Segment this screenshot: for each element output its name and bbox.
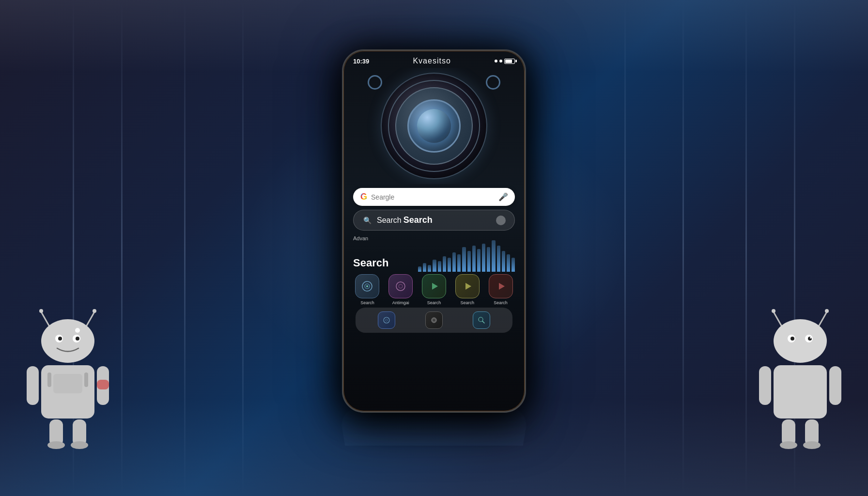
lens-ring-2 — [395, 87, 473, 165]
chart-bar-11 — [472, 246, 476, 272]
bottom-dock — [356, 308, 512, 333]
search-large-label: Search — [353, 257, 388, 269]
lens-outer — [381, 73, 487, 179]
chart-bar-0 — [418, 266, 421, 272]
dock-icon-1[interactable] — [378, 311, 395, 329]
app-icon-5[interactable] — [489, 274, 513, 298]
dock-icon-2[interactable] — [425, 311, 443, 329]
signal-icon-2 — [499, 60, 502, 62]
gear-top-right — [486, 75, 500, 90]
chart-bar-8 — [457, 254, 461, 272]
svg-rect-12 — [27, 366, 39, 405]
status-time: 10:39 — [353, 58, 369, 65]
chart-bar-3 — [433, 260, 436, 272]
advanced-label: Advan — [353, 235, 368, 241]
svg-point-23 — [772, 309, 775, 313]
svg-point-47 — [386, 319, 388, 322]
chart-bar-4 — [438, 261, 441, 272]
svg-point-17 — [47, 441, 65, 449]
chart-bar-13 — [482, 244, 485, 272]
app-icon-item-4[interactable]: Search — [455, 274, 480, 305]
android-figure-left — [15, 302, 121, 457]
battery-icon — [504, 59, 515, 64]
svg-point-20 — [75, 328, 80, 333]
pillar-5 — [624, 0, 626, 496]
chart-bar-19 — [512, 258, 515, 272]
svg-rect-19 — [53, 374, 82, 393]
chart-bar-16 — [497, 246, 500, 272]
chart-bar-9 — [462, 247, 465, 272]
app-icon-1[interactable] — [355, 274, 379, 298]
app-label-4: Search — [461, 300, 475, 305]
phone: 10:39 Kvaesitso — [342, 49, 526, 413]
app-icon-2[interactable] — [388, 274, 413, 298]
chart-bar-5 — [443, 256, 446, 272]
android-right-svg — [747, 302, 853, 457]
dock-icon-3[interactable] — [473, 311, 490, 329]
status-icons — [495, 59, 515, 64]
app-icons-row: Search Antimgai — [351, 274, 517, 305]
chart-bar-10 — [467, 251, 471, 272]
svg-rect-32 — [759, 366, 771, 405]
svg-point-37 — [803, 441, 821, 449]
lens-center — [417, 109, 451, 143]
svg-rect-11 — [84, 372, 88, 387]
svg-rect-10 — [47, 372, 51, 387]
app-icon-3[interactable] — [422, 274, 446, 298]
lens-area — [343, 68, 525, 184]
svg-point-18 — [71, 441, 88, 449]
svg-point-46 — [384, 317, 389, 323]
svg-point-2 — [39, 309, 43, 313]
svg-point-25 — [774, 319, 827, 363]
app-label-1: Search — [360, 300, 374, 305]
search-label-1: Search — [377, 216, 402, 225]
chart-bar-17 — [502, 251, 505, 272]
android-figure-right — [747, 302, 853, 457]
svg-marker-45 — [499, 283, 505, 290]
chart-bar-12 — [477, 249, 480, 272]
app-icon-4[interactable] — [455, 274, 480, 298]
search-label-2: Search — [403, 215, 433, 225]
pillar-3 — [184, 0, 186, 496]
chart-area — [418, 233, 515, 272]
app-icon-item-3[interactable]: Search — [422, 274, 446, 305]
app-icon-item-2[interactable]: Antimgai — [388, 274, 413, 305]
svg-point-40 — [366, 285, 368, 287]
svg-rect-33 — [829, 366, 841, 405]
phone-reflection — [339, 407, 529, 446]
svg-point-7 — [58, 337, 62, 341]
svg-point-4 — [41, 319, 94, 363]
google-search-bar[interactable]: G 🎤 — [353, 188, 515, 206]
search-icon: 🔍 — [362, 216, 372, 225]
mic-icon[interactable]: 🎤 — [499, 193, 508, 202]
svg-rect-31 — [774, 365, 827, 418]
pillar-2 — [121, 0, 123, 496]
lens-ring-3 — [407, 99, 461, 153]
svg-point-3 — [93, 309, 96, 313]
app-icon-item-1[interactable]: Search — [355, 274, 379, 305]
svg-point-42 — [399, 284, 403, 288]
phone-wrapper: 10:39 Kvaesitso — [342, 49, 526, 447]
chart-bar-2 — [428, 265, 431, 272]
search-end-button[interactable] — [496, 216, 506, 225]
chart-bar-7 — [452, 252, 456, 272]
svg-marker-43 — [432, 283, 438, 290]
pillar-4 — [242, 0, 244, 496]
phone-screen: 10:39 Kvaesitso — [343, 51, 525, 411]
svg-rect-14 — [97, 380, 109, 389]
google-search-input[interactable] — [371, 193, 495, 201]
svg-line-51 — [482, 321, 484, 323]
chart-bar-1 — [423, 263, 426, 272]
app-icon-item-5[interactable]: Search — [489, 274, 513, 305]
gear-top-left — [368, 75, 382, 90]
advanced-search-section: Advan Search — [353, 233, 515, 272]
app-label-3: Search — [427, 300, 441, 305]
status-bar: 10:39 Kvaesitso — [343, 51, 525, 68]
pillar-6 — [682, 0, 684, 496]
svg-point-24 — [825, 309, 829, 313]
status-app-name: Kvaesitso — [413, 57, 450, 65]
lens-ring-1 — [388, 80, 480, 172]
chart-bar-18 — [507, 254, 510, 272]
main-search-bar[interactable]: 🔍 Search Search — [353, 210, 515, 231]
google-logo: G — [360, 192, 367, 202]
